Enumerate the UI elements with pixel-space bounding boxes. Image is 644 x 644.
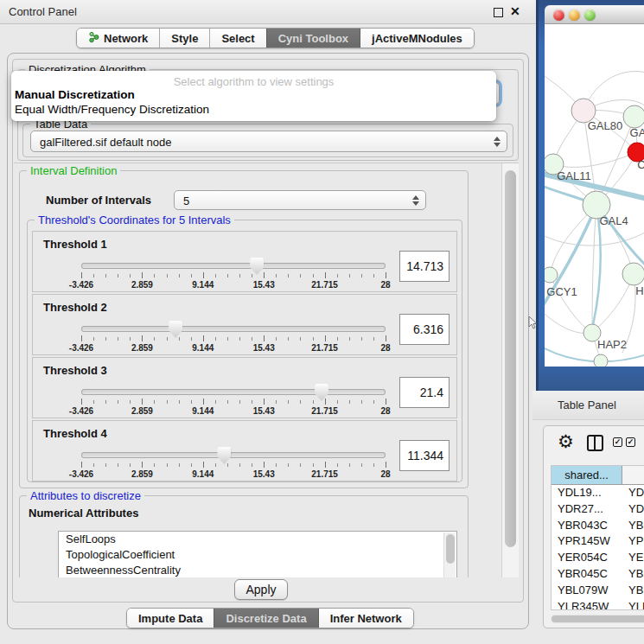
mac-close-icon[interactable] (553, 10, 564, 21)
network-window-titlebar[interactable] (545, 5, 644, 24)
slider-track[interactable] (81, 263, 386, 269)
table-hscrollbar[interactable] (551, 615, 644, 623)
apply-button[interactable]: Apply (234, 579, 288, 600)
numerical-attributes-list[interactable]: SelfLoopsTopologicalCoefficientBetweenne… (58, 531, 457, 577)
mac-minimize-icon[interactable] (569, 10, 580, 21)
tab-label: Network (104, 32, 148, 45)
table-row[interactable]: YDR27...YDR2 (552, 501, 644, 518)
num-intervals-combobox[interactable]: 5 (174, 190, 426, 210)
threshold-slider[interactable]: -3.4262.8599.14415.4321.71528 (81, 321, 386, 352)
attribute-list-item[interactable]: SelfLoops (59, 532, 456, 547)
slider-tick-labels: -3.4262.8599.14415.4321.71528 (81, 469, 386, 480)
network-node-gcy1[interactable] (545, 267, 558, 283)
tab-select[interactable]: Select (209, 29, 265, 48)
slider-track[interactable] (81, 326, 386, 332)
tick-mark (300, 400, 301, 404)
tick-mark (325, 272, 326, 278)
table-column-header-name[interactable]: n (622, 466, 644, 484)
network-node-label: GAL4 (599, 214, 628, 227)
threshold-slider[interactable]: -3.4262.8599.14415.4321.71528 (81, 384, 386, 415)
table-row[interactable]: YER054CYER0 (552, 550, 644, 566)
tick-label: 2.859 (131, 280, 153, 290)
table-data-combobox[interactable]: galFiltered.sif default node (30, 131, 507, 152)
table-row[interactable]: YDL19...YDL1 (552, 485, 644, 501)
tab-impute-data[interactable]: Impute Data (127, 609, 214, 628)
tick-mark (276, 463, 277, 467)
network-edge[interactable] (553, 152, 637, 167)
table-row[interactable]: YPR145WYPR1 (552, 533, 644, 550)
window-title: Control Panel (9, 5, 77, 18)
table-cell-name: YBR0 (622, 518, 644, 534)
network-node[interactable] (594, 354, 608, 367)
tick-mark (81, 335, 82, 341)
interval-definition-groupbox: Interval Definition Number of Intervals … (19, 170, 469, 488)
algorithm-popup-item[interactable]: Equal Width/Frequency Discretization (15, 103, 209, 116)
settings-scrollbar[interactable] (501, 163, 519, 577)
table-data-groupbox: Table Data galFiltered.sif default node (22, 124, 513, 157)
mac-zoom-icon[interactable] (584, 10, 596, 21)
tick-mark (252, 337, 252, 341)
gear-icon[interactable]: ⚙ (558, 431, 574, 452)
numerical-attributes-label: Numerical Attributes (29, 507, 138, 520)
tab-style[interactable]: Style (159, 29, 209, 48)
attribute-list-item[interactable]: BetweennessCentrality (59, 563, 456, 577)
stepper-arrows-icon (411, 194, 419, 207)
tab-infer-network[interactable]: Infer Network (318, 609, 413, 628)
close-icon[interactable]: ✕ (510, 4, 520, 18)
tick-mark (313, 274, 314, 277)
threshold-value-field[interactable]: 11.344 (399, 440, 450, 471)
threshold-value-field[interactable]: 6.316 (399, 314, 450, 345)
attribute-list-item[interactable]: TopologicalCoefficient (59, 547, 456, 563)
bottom-tab-bar: Impute DataDiscretize DataInfer Network (126, 608, 414, 628)
tick-mark (239, 274, 240, 277)
tab-network[interactable]: Network (77, 29, 159, 48)
tick-label: 15.43 (253, 343, 275, 353)
tick-label: 28 (380, 280, 390, 290)
table-cell-name: YPR1 (622, 533, 644, 550)
table-cell-shared-name: YBR043C (552, 518, 622, 534)
network-node-h[interactable] (622, 263, 644, 285)
tick-label: -3.426 (69, 343, 93, 353)
network-canvas[interactable]: GAL80GACGAL11GAL4GCY1HHAP2 (545, 24, 644, 367)
checkbox-icon[interactable]: ✓ (613, 437, 622, 447)
threshold-slider[interactable]: -3.4262.8599.14415.4321.71528 (81, 258, 386, 289)
tick-label: 2.859 (131, 406, 153, 416)
table-row[interactable]: YBR045CYBR0 (552, 566, 644, 583)
settings-scrollbar-thumb[interactable] (505, 170, 516, 547)
float-icon[interactable] (494, 8, 503, 17)
table-hscrollbar-thumb[interactable] (552, 615, 644, 622)
table-row[interactable]: YBR043CYBR0 (552, 518, 644, 534)
tab-label: Style (171, 32, 198, 45)
table-row[interactable]: YLR345WYLR3 (552, 599, 644, 610)
tick-mark (81, 399, 82, 405)
table-cell-name: YBL0 (622, 583, 644, 599)
network-node-ga[interactable] (623, 105, 644, 128)
slider-track[interactable] (81, 452, 386, 458)
threshold-slider[interactable]: -3.4262.8599.14415.4321.71528 (81, 447, 386, 478)
tab-discretize-data[interactable]: Discretize Data (214, 609, 317, 628)
tab-jactivemnodules[interactable]: jActiveMNodules (360, 29, 474, 48)
tick-mark (154, 463, 155, 467)
checkbox-icon[interactable]: ✓ (626, 437, 635, 447)
tick-mark (167, 337, 168, 341)
threshold-value-field[interactable]: 21.4 (399, 377, 450, 408)
threshold-value-field[interactable]: 14.713 (399, 251, 450, 282)
attributes-list-scrollbar[interactable] (443, 532, 456, 577)
tab-cyni-toolbox[interactable]: Cyni Toolbox (266, 29, 360, 48)
table-column-header-shared[interactable]: shared... (552, 466, 622, 484)
tick-mark (337, 274, 338, 277)
algorithm-dropdown-popup: Select algorithm to view settings Manual… (11, 71, 496, 121)
tick-mark (361, 337, 362, 341)
algorithm-popup-item[interactable]: Manual Discretization (15, 88, 135, 101)
tick-mark (227, 463, 228, 467)
tick-mark (179, 400, 180, 404)
columns-icon[interactable] (587, 435, 603, 451)
tick-mark (130, 337, 131, 341)
table-row[interactable]: YBL079WYBL0 (552, 583, 644, 599)
slider-track[interactable] (81, 389, 386, 395)
tab-label: Discretize Data (226, 612, 306, 625)
table-toolbar: ⚙ ✓ ✓ (544, 426, 644, 461)
network-node-label: GCY1 (546, 285, 577, 298)
tick-mark (337, 337, 338, 341)
tab-label: Cyni Toolbox (278, 32, 348, 45)
